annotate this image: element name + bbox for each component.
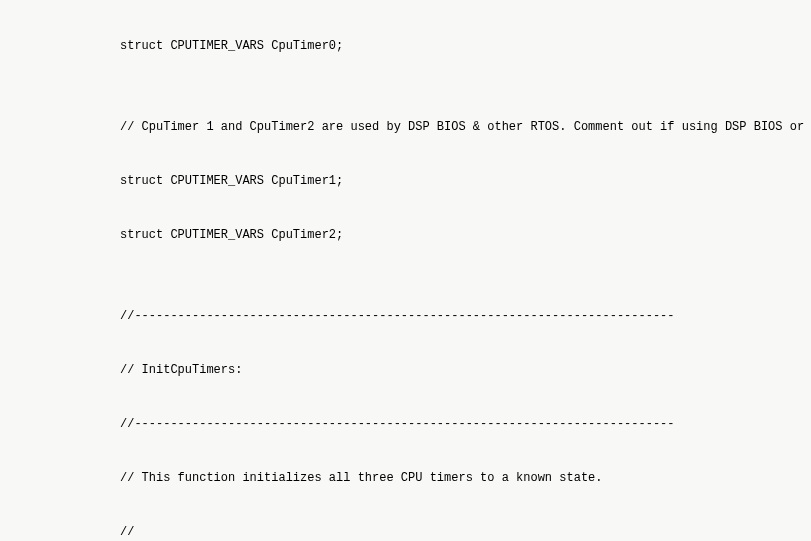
code-line: // CpuTimer 1 and CpuTimer2 are used by … — [120, 114, 811, 141]
code-line: struct CPUTIMER_VARS CpuTimer2; — [120, 222, 811, 249]
code-line: // — [120, 519, 811, 541]
code-line: //--------------------------------------… — [120, 303, 811, 330]
code-line: // InitCpuTimers: — [120, 357, 811, 384]
code-line: // This function initializes all three C… — [120, 465, 811, 492]
code-line: struct CPUTIMER_VARS CpuTimer1; — [120, 168, 811, 195]
code-block: struct CPUTIMER_VARS CpuTimer0; // CpuTi… — [0, 0, 811, 541]
code-line: struct CPUTIMER_VARS CpuTimer0; — [120, 33, 811, 60]
code-line: //--------------------------------------… — [120, 411, 811, 438]
